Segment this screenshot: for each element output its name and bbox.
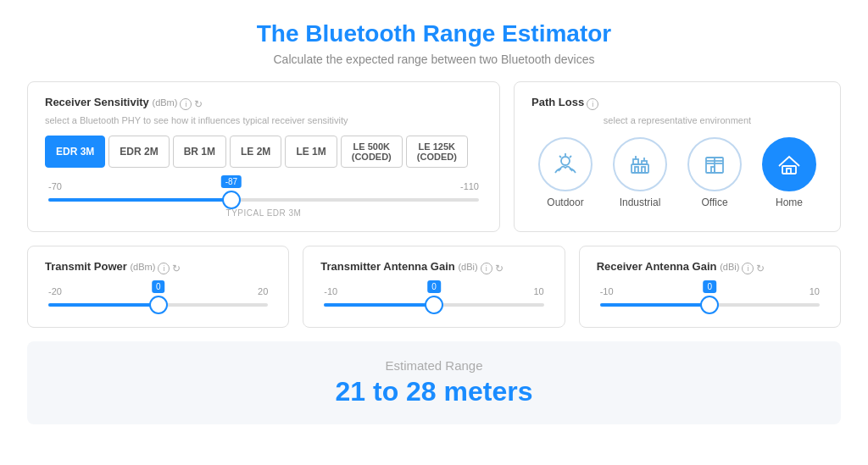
slider-center-label: TYPICAL EDR 3M: [48, 208, 479, 218]
page-subtitle: Calculate the expected range between two…: [27, 53, 841, 66]
rxa-slider-fill: [600, 303, 710, 307]
env-office-circle: [687, 137, 742, 191]
svg-rect-6: [642, 161, 647, 164]
receiver-sensitivity-panel: Receiver Sensitivity (dBm) i ↻ select a …: [27, 81, 500, 232]
svg-rect-5: [633, 159, 638, 164]
env-outdoor-label: Outdoor: [547, 197, 583, 208]
receiver-sensitivity-title: Receiver Sensitivity (dBm): [45, 96, 177, 108]
tx-antenna-panel: Transmitter Antenna Gain (dBi) i ↻ -10 1…: [303, 246, 565, 328]
svg-rect-4: [632, 164, 648, 173]
svg-rect-10: [642, 167, 645, 173]
estimated-range-label: Estimated Range: [44, 358, 824, 373]
rxa-slider-value: 0: [704, 280, 717, 293]
rx-antenna-panel: Receiver Antenna Gain (dBi) i ↻ -10 10 0: [579, 246, 841, 328]
receiver-sensitivity-info-icon[interactable]: i: [180, 98, 192, 110]
page-header: The Bluetooth Range Estimator Calculate …: [27, 20, 841, 66]
page-title: The Bluetooth Range Estimator: [27, 20, 841, 47]
tx-slider-fill: [48, 303, 159, 307]
rxa-slider-track[interactable]: 0: [600, 303, 820, 307]
env-outdoor-circle: [538, 137, 593, 191]
rx-antenna-slider: -10 10 0: [597, 286, 823, 307]
rx-antenna-refresh-icon[interactable]: ↻: [756, 263, 765, 274]
rxa-slider-min: -10: [600, 286, 614, 296]
tx-slider-track[interactable]: 0: [48, 303, 268, 307]
path-loss-panel: Path Loss i select a representative envi…: [514, 81, 841, 232]
phy-button-group: EDR 3M EDR 2M BR 1M LE 2M LE 1M LE 500K(…: [45, 136, 482, 168]
rxa-slider-thumb[interactable]: 0: [700, 296, 719, 314]
phy-btn-le1m[interactable]: LE 1M: [285, 136, 337, 168]
phy-btn-le500k[interactable]: LE 500K(CODED): [341, 136, 403, 168]
env-outdoor[interactable]: Outdoor: [538, 137, 593, 208]
path-loss-info-icon[interactable]: i: [587, 98, 598, 110]
tx-antenna-title: Transmitter Antenna Gain (dBi): [320, 260, 477, 273]
phy-btn-le2m[interactable]: LE 2M: [230, 136, 281, 168]
txa-slider-min: -10: [324, 286, 337, 296]
slider-max-label: -110: [460, 181, 479, 191]
tx-antenna-info-icon[interactable]: i: [481, 263, 492, 274]
bottom-row: Transmit Power (dBm) i ↻ -20 20 0: [27, 246, 841, 328]
transmit-power-refresh-icon[interactable]: ↻: [172, 263, 181, 274]
txa-slider-track[interactable]: 0: [324, 303, 543, 307]
env-home-label: Home: [776, 197, 803, 208]
rxa-slider-max: 10: [810, 286, 820, 296]
tx-slider-max: 20: [258, 286, 268, 296]
tx-slider-thumb[interactable]: 0: [149, 296, 168, 314]
slider-value-bubble: -87: [221, 175, 242, 188]
estimated-range-value: 21 to 28 meters: [44, 376, 824, 407]
receiver-sensitivity-refresh-icon[interactable]: ↻: [194, 98, 203, 110]
env-home-circle: [762, 137, 816, 191]
svg-point-0: [561, 157, 570, 165]
path-loss-title: Path Loss: [531, 96, 584, 108]
tx-antenna-refresh-icon[interactable]: ↻: [495, 263, 504, 274]
txa-slider-thumb[interactable]: 0: [425, 296, 443, 314]
tx-antenna-slider: -10 10 0: [320, 286, 547, 307]
phy-btn-le125k[interactable]: LE 125K(CODED): [406, 136, 468, 168]
transmit-power-title: Transmit Power (dBm): [45, 260, 155, 273]
env-industrial-label: Industrial: [620, 197, 661, 208]
txa-slider-max: 10: [533, 286, 543, 296]
env-home[interactable]: Home: [762, 137, 816, 208]
estimated-range-section: Estimated Range 21 to 28 meters: [27, 341, 841, 424]
tx-slider-value: 0: [152, 280, 165, 293]
svg-line-2: [570, 156, 571, 158]
rx-antenna-title: Receiver Antenna Gain (dBi): [597, 260, 740, 273]
environment-icons: Outdoor I: [531, 137, 823, 208]
slider-min-label: -70: [48, 181, 62, 191]
env-office[interactable]: Office: [687, 137, 742, 208]
slider-fill: [48, 198, 231, 202]
env-office-label: Office: [701, 197, 727, 208]
svg-rect-16: [782, 166, 796, 174]
receiver-sensitivity-subtitle: select a Bluetooth PHY to see how it inf…: [45, 115, 482, 125]
env-industrial-circle: [613, 137, 667, 191]
slider-track[interactable]: -87: [48, 198, 479, 202]
txa-slider-fill: [324, 303, 434, 307]
env-industrial[interactable]: Industrial: [613, 137, 667, 208]
path-loss-subtitle: select a representative environment: [531, 115, 823, 125]
phy-btn-edr2m[interactable]: EDR 2M: [108, 136, 169, 168]
svg-rect-9: [635, 167, 638, 173]
transmit-power-info-icon[interactable]: i: [158, 263, 170, 274]
svg-line-3: [559, 156, 561, 158]
svg-rect-17: [787, 169, 791, 174]
receiver-sensitivity-slider: -70 -110 -87 TYPICAL EDR 3M: [45, 181, 482, 218]
transmit-power-slider: -20 20 0: [45, 286, 271, 307]
slider-thumb[interactable]: -87: [222, 191, 241, 209]
top-row: Receiver Sensitivity (dBm) i ↻ select a …: [27, 81, 841, 232]
phy-btn-edr3m[interactable]: EDR 3M: [45, 136, 105, 168]
svg-rect-14: [711, 167, 715, 173]
txa-slider-value: 0: [427, 280, 441, 293]
rx-antenna-info-icon[interactable]: i: [742, 263, 754, 274]
phy-btn-br1m[interactable]: BR 1M: [173, 136, 226, 168]
transmit-power-panel: Transmit Power (dBm) i ↻ -20 20 0: [27, 246, 289, 328]
tx-slider-min: -20: [48, 286, 62, 296]
